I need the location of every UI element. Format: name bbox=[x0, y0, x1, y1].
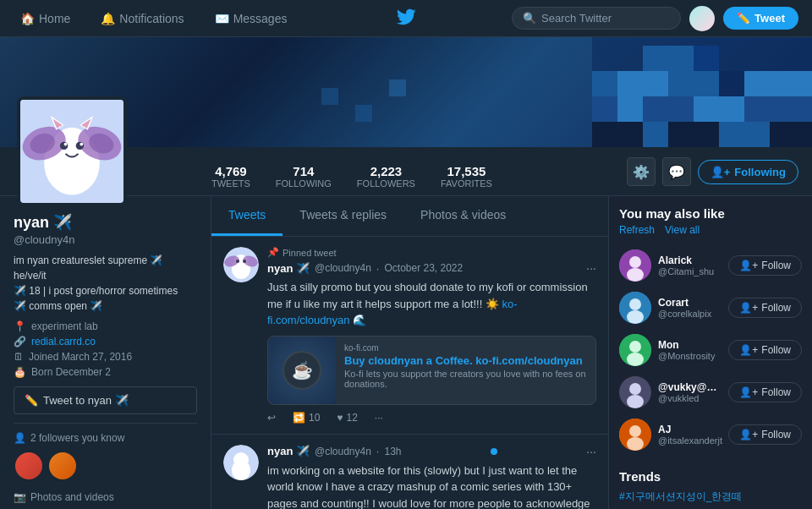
svg-point-56 bbox=[627, 353, 644, 366]
profile-name: nyan ✈️ bbox=[14, 213, 197, 232]
svg-point-44 bbox=[232, 460, 250, 480]
tweet-actions-pinned: ↩ 🔁 10 ♥ 12 ··· bbox=[267, 412, 596, 424]
camera-icon: 📷 bbox=[14, 491, 26, 503]
svg-rect-15 bbox=[321, 88, 338, 105]
more-action-pinned[interactable]: ··· bbox=[375, 412, 383, 424]
message-icon-btn[interactable]: 💬 bbox=[662, 157, 691, 186]
svg-rect-10 bbox=[617, 96, 643, 122]
follow-button-2[interactable]: 👤+ Follow bbox=[728, 340, 802, 360]
suggestion-info-3: @vukky@social.lol @vukkled bbox=[658, 381, 721, 403]
tweet-header-2: nyan ✈️ @cloudny4n · 13h ··· bbox=[267, 445, 596, 458]
follow-button-1[interactable]: 👤+ Follow bbox=[728, 298, 802, 318]
svg-rect-17 bbox=[389, 79, 406, 96]
nav-avatar[interactable] bbox=[689, 6, 715, 31]
search-bar[interactable]: 🔍 bbox=[512, 7, 681, 30]
suggestion-name-4: AJ bbox=[658, 424, 721, 435]
link-icon: 🔗 bbox=[14, 336, 26, 348]
profile-header: 4,769 TWEETS 714 FOLLOWING 2,223 FOLLOWE… bbox=[0, 147, 812, 196]
tweet-settings-pinned[interactable]: ··· bbox=[586, 261, 596, 275]
suggestions-subtitle: Refresh View all bbox=[619, 224, 802, 236]
suggestion-avatar-1[interactable] bbox=[619, 292, 651, 324]
svg-rect-3 bbox=[694, 46, 719, 71]
tweet-text-pinned: Just a silly promo but you should donate… bbox=[267, 279, 596, 329]
trend-0[interactable]: #지구메서션지성이_한경떼 bbox=[619, 487, 802, 506]
svg-rect-2 bbox=[668, 46, 694, 71]
tweet-pen-icon: ✏️ bbox=[737, 12, 750, 25]
tweet-avatar-1[interactable] bbox=[223, 247, 259, 282]
retweet-action-pinned[interactable]: 🔁 10 bbox=[293, 412, 320, 424]
main-layout: nyan ✈️ @cloudny4n im nyan creatureslet … bbox=[0, 196, 812, 509]
follow-button-4[interactable]: 👤+ Follow bbox=[728, 424, 802, 445]
refresh-link[interactable]: Refresh bbox=[619, 224, 655, 236]
followers-stat[interactable]: 2,223 FOLLOWERS bbox=[357, 164, 415, 189]
svg-rect-6 bbox=[668, 71, 719, 96]
svg-point-25 bbox=[60, 142, 68, 150]
svg-point-28 bbox=[80, 143, 83, 146]
svg-point-49 bbox=[629, 256, 641, 268]
svg-rect-11 bbox=[694, 96, 744, 122]
following-stat[interactable]: 714 FOLLOWING bbox=[276, 164, 332, 189]
favorites-stat[interactable]: 17,535 FAVORITES bbox=[441, 164, 492, 189]
follow-icon-0: 👤+ bbox=[739, 260, 758, 271]
follow-icon-2: 👤+ bbox=[739, 344, 758, 356]
follower-avatar-1[interactable] bbox=[14, 451, 44, 481]
follow-button-3[interactable]: 👤+ Follow bbox=[728, 382, 802, 402]
svg-rect-14 bbox=[719, 122, 770, 147]
suggestion-name-0: Alarick bbox=[658, 254, 721, 266]
suggestion-info-1: Corart @corelkalpix bbox=[658, 297, 721, 319]
suggestion-handle-1: @corelkalpix bbox=[658, 309, 721, 319]
search-input[interactable] bbox=[541, 12, 660, 25]
svg-point-61 bbox=[629, 425, 641, 437]
tweet-time-2: 13h bbox=[384, 446, 401, 457]
profile-handle: @cloudny4n bbox=[14, 233, 197, 246]
reply-action-pinned[interactable]: ↩ bbox=[267, 412, 276, 424]
suggestion-3: @vukky@social.lol @vukkled 👤+ Follow bbox=[619, 371, 802, 413]
nav-avatar-image bbox=[689, 6, 715, 31]
unread-dot bbox=[491, 448, 497, 455]
settings-icon-btn[interactable]: ⚙️ bbox=[627, 157, 656, 186]
kofi-card[interactable]: ☕ ko-fi.com Buy cloudnyan a Coffee. ko-f… bbox=[267, 336, 596, 405]
follow-button-0[interactable]: 👤+ Follow bbox=[728, 255, 802, 276]
following-button[interactable]: 👤+ Following bbox=[698, 160, 798, 184]
suggestion-handle-3: @vukkled bbox=[658, 393, 721, 403]
suggestion-avatar-0[interactable] bbox=[619, 249, 651, 282]
suggestion-0: Alarick @Citami_shu 👤+ Follow bbox=[619, 244, 802, 287]
website-meta[interactable]: 🔗 redial.carrd.co bbox=[14, 336, 197, 348]
suggestion-info-2: Mon @Monstrosity bbox=[658, 339, 721, 361]
tab-photos-videos[interactable]: Photos & videos bbox=[403, 196, 523, 236]
follow-icon-4: 👤+ bbox=[739, 429, 758, 441]
tweets-stat[interactable]: 4,769 TWEETS bbox=[211, 164, 250, 189]
suggestion-4: AJ @itsalexanderjt 👤+ Follow bbox=[619, 413, 802, 456]
suggestion-avatar-2[interactable] bbox=[619, 334, 651, 366]
profile-avatar-image bbox=[20, 100, 123, 203]
suggestion-avatar-3[interactable] bbox=[619, 376, 651, 408]
tweet-to-button[interactable]: ✏️ Tweet to nyan ✈️ bbox=[14, 386, 197, 414]
nav-notifications[interactable]: 🔔 Notifications bbox=[94, 8, 190, 29]
follower-avatar-2[interactable] bbox=[47, 451, 78, 481]
nav-home[interactable]: 🏠 Home bbox=[14, 8, 77, 29]
tab-tweets[interactable]: Tweets bbox=[211, 196, 283, 236]
tweet-avatar-2[interactable] bbox=[223, 445, 259, 480]
svg-point-58 bbox=[629, 383, 641, 395]
location-meta: 📍 experiment lab bbox=[14, 320, 197, 332]
bell-icon: 🔔 bbox=[101, 12, 115, 25]
twitter-logo bbox=[396, 7, 416, 30]
suggestion-avatar-4[interactable] bbox=[619, 419, 651, 451]
tweet-body-2: nyan ✈️ @cloudny4n · 13h ··· im working … bbox=[267, 445, 596, 510]
pin-icon: 📌 bbox=[267, 247, 279, 258]
tweet-text-2: im working on a website for this (slowly… bbox=[267, 462, 596, 510]
nav-messages[interactable]: ✉️ Messages bbox=[208, 8, 294, 29]
view-all-link[interactable]: View all bbox=[665, 224, 700, 236]
tweet-button[interactable]: ✏️ Tweet bbox=[723, 7, 798, 30]
follow-icon-3: 👤+ bbox=[739, 386, 758, 398]
tweet-pinned: 📌 Pinned tweet nyan ✈️ @cloudny4n · Octo… bbox=[211, 237, 608, 435]
tab-tweets-replies[interactable]: Tweets & replies bbox=[283, 196, 403, 236]
tweet-settings-2[interactable]: ··· bbox=[586, 445, 596, 458]
suggestion-handle-4: @itsalexanderjt bbox=[658, 435, 721, 446]
svg-point-55 bbox=[629, 341, 641, 353]
tweet-header-pinned: nyan ✈️ @cloudny4n · October 23, 2022 ··… bbox=[267, 261, 596, 275]
right-sidebar: You may also like Refresh View all Alari… bbox=[609, 196, 812, 509]
like-action-pinned[interactable]: ♥ 12 bbox=[337, 412, 357, 424]
svg-text:☕: ☕ bbox=[292, 360, 313, 380]
profile-avatar[interactable] bbox=[17, 96, 127, 206]
